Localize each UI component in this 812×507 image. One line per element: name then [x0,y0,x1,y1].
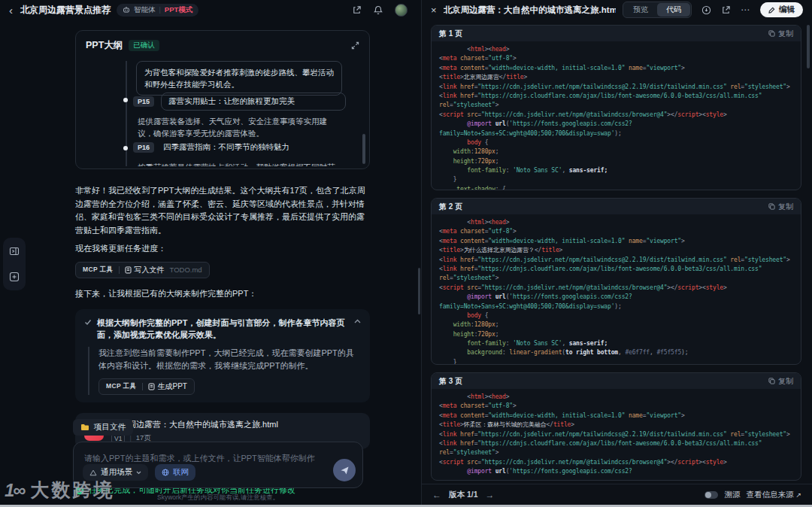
outline-scrollbar[interactable] [362,134,365,164]
outline-timeline [126,61,127,166]
view-toggle: 预览 代码 [623,2,692,18]
chip-action-label: 写入文件 [135,265,165,275]
code-line: rel="stylesheet"> [439,101,793,110]
code-line: <html><head> [439,393,793,402]
chat-scrollbar[interactable] [418,268,420,314]
disclaimer: Skywork产生的内容可能有误,请注意核查。 [73,493,363,502]
code-section-title: 第 3 页 [439,376,462,387]
ppt-mode-badge: PPT模式 [165,5,192,15]
write-file-chip[interactable]: MCP 工具 写入文件 TODO.md [75,262,210,278]
code-section: 第 3 页复制 <html><head><meta charset="utf-8… [431,372,801,481]
code-line: <link href="https://cdn.jsdelivr.net/npm… [439,83,793,92]
assistant-message: 现在我将更新任务进度： [75,242,370,256]
network-toggle[interactable]: 联网 [155,464,195,481]
code-section-title: 第 2 页 [439,202,462,212]
tab-code[interactable]: 代码 [657,3,690,17]
code-line: <link href="https://cdnjs.cloudflare.com… [439,439,793,448]
assistant-message: 接下来，让我根据已有的大纲来制作完整的PPT： [75,287,370,301]
code-line: <script src="https://cdn.jsdelivr.net/np… [439,458,793,467]
version-prev-icon[interactable]: ← [432,490,441,500]
code-line: text-shadow: { [439,185,793,190]
prompt-input-card: 通用场景 联网 [73,442,363,488]
project-files-button[interactable]: 项目文件 [73,419,133,436]
prompt-input[interactable] [84,454,352,463]
chevron-up-icon[interactable] [354,319,361,323]
close-icon[interactable]: × [431,5,437,16]
code-line: <meta charset="utf-8"> [439,402,793,411]
code-line: rel="stylesheet"> [439,274,793,283]
bell-icon[interactable] [374,5,383,15]
code-line: <meta charset="utf-8"> [439,227,793,236]
panel-scrollbar[interactable] [807,25,810,68]
trace-toggle[interactable] [704,491,718,499]
copy-button[interactable]: 复制 [768,202,793,212]
confirmed-badge: 已确认 [129,40,159,51]
panel-footer: ← 版本 1/1 → 溯源 查看信息来源 ↗ [422,484,812,505]
export-icon[interactable] [701,5,711,15]
copy-button[interactable]: 复制 [768,376,793,387]
artifact-panel: × 北京周边露营：大自然中的城市逃离之旅.html 预览 代码 ⋯ 编辑 第 1… [421,0,812,505]
tab-preview[interactable]: 预览 [624,3,657,17]
code-line: height:720px; [439,157,793,166]
code-block[interactable]: <html><head><meta charset="utf-8"><meta … [432,389,801,480]
code-line: <script src="https://cdn.jsdelivr.net/np… [439,111,793,120]
code-section: 第 2 页复制 <html><head><meta charset="utf-8… [431,198,801,365]
chip-file-label: TODO.md [170,266,202,274]
outline-item-title[interactable]: 露营实用贴士：让您的旅程更加完美 [161,93,346,111]
version-next-icon[interactable]: → [486,490,495,500]
task-body: 我注意到您当前需要制作PPT，大纲已经完成，现在需要创建PPT的具体内容和设计。… [98,347,361,372]
copy-button[interactable]: 复制 [768,29,793,39]
code-line: rel="stylesheet"> [439,448,793,457]
collapse-sidebar-icon[interactable] [7,244,22,259]
task-title: 根据大纲制作完整的PPT，创建封面与引言部分，制作各章节内容页面，添加视觉元素优… [97,317,349,341]
back-button[interactable]: ‹ [8,5,14,16]
version-label: 版本 1/1 [449,490,478,500]
code-line: <title>为什么选择北京周边露营？</title> [439,246,793,255]
code-line: body { [439,138,793,147]
robot-icon [123,6,130,14]
code-block[interactable]: <html><head><meta charset="utf-8"><meta … [432,41,801,190]
external-link-icon: ↗ [795,491,801,499]
outline-item-desc: 按季节推荐最佳露营地点和活动，帮助游客根据不同时节选择理想的露营体验。 [138,161,342,166]
open-external-icon[interactable] [721,5,731,15]
code-line: font-family: 'Noto Sans SC', sans-serif; [439,339,793,348]
agent-badge-label: 智能体 [134,5,156,15]
code-section-title: 第 1 页 [439,29,462,39]
code-line: width:1280px; [439,147,793,156]
chat-panel: PPT大纲 已确认 为背包客和探险爱好者推荐刺激的徒步路线、攀岩活动和野外生存技… [0,20,421,507]
code-line: body { [439,311,793,320]
send-button[interactable] [333,459,356,481]
page-badge: P15 [133,96,154,107]
scene-label: 通用场景 [101,467,132,478]
network-label: 联网 [173,467,189,478]
edit-button[interactable]: 编辑 [760,2,803,17]
left-rail [3,238,26,290]
outline-intro[interactable]: 为背包客和探险爱好者推荐刺激的徒步路线、攀岩活动和野外生存技能学习机会。 [136,61,342,96]
code-line: <title>怀柔区：森林与长城的完美融合</title> [439,420,793,430]
code-line: <meta content="width=device-width, initi… [439,237,793,246]
ppt-outline-card: PPT大纲 已确认 为背包客和探险爱好者推荐刺激的徒步路线、攀岩活动和野外生存技… [75,30,370,169]
outline-item-title[interactable]: 四季露营指南：不同季节的独特魅力 [163,142,289,153]
code-block[interactable]: <html><head><meta charset="utf-8"><meta … [432,214,801,364]
share-icon[interactable] [352,5,362,15]
code-line: <html><head> [439,218,793,227]
panel-header: × 北京周边露营：大自然中的城市逃离之旅.html 预览 代码 ⋯ 编辑 [422,0,812,20]
user-avatar[interactable] [395,4,408,17]
more-menu-icon[interactable]: ⋯ [741,5,750,15]
scene-selector[interactable]: 通用场景 [83,464,148,481]
code-line: width:1280px; [439,320,793,329]
expand-icon[interactable] [351,41,359,50]
view-sources-link[interactable]: 查看信息来源 ↗ [746,490,801,500]
code-line: <title>北京周边露营</title> [439,73,793,82]
generate-ppt-chip[interactable]: MCP 工具 生成PPT [98,378,195,395]
task-card: 根据大纲制作完整的PPT，创建封面与引言部分，制作各章节内容页面，添加视觉元素优… [75,309,370,402]
outline-item-p15: P15 露营实用贴士：让您的旅程更加完美 [133,93,346,111]
assistant-message: 非常好！我已经收到了PPT大纲的生成结果。这个大纲共有17页，包含了北京周边露营… [75,184,370,237]
code-line: font-family: 'Noto Sans SC', sans-serif; [439,166,793,175]
document-icon [125,266,132,274]
code-line: family=Noto+Sans+SC:wght@400;500;700&dis… [439,302,793,311]
code-line: @import url('https://fonts.googleapis.co… [439,293,793,302]
check-icon [84,318,92,326]
new-task-icon[interactable] [7,269,22,284]
panel-filename: 北京周边露营：大自然中的城市逃离之旅.html [444,5,616,16]
